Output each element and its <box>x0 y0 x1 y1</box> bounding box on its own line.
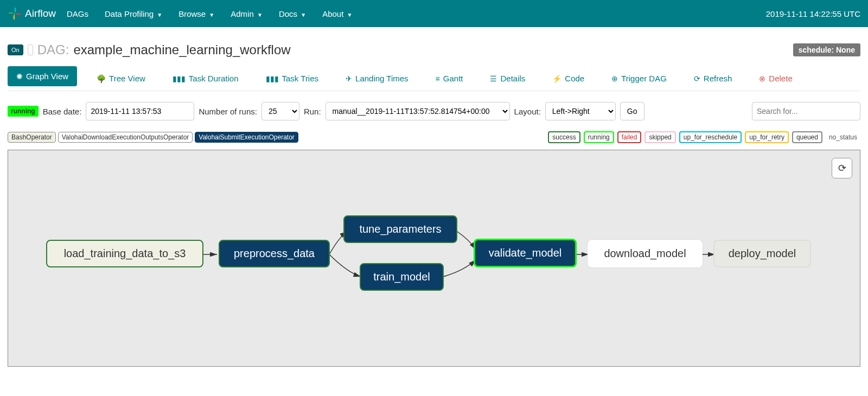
refresh-icon: ⟳ <box>694 74 700 83</box>
align-icon: ≡ <box>436 74 440 83</box>
tab-landing-times[interactable]: ✈Landing Times <box>338 66 416 91</box>
legend-failed: failed <box>617 131 642 143</box>
dag-name: example_machine_learning_workflow <box>73 42 290 58</box>
tab-refresh[interactable]: ⟳Refresh <box>686 66 740 91</box>
node-train-model[interactable]: train_model <box>360 263 444 291</box>
base-date-label: Base date: <box>43 107 82 116</box>
tab-graph-view[interactable]: ✺Graph View <box>8 66 77 86</box>
chevron-down-icon: ▼ <box>301 12 306 18</box>
play-icon: ⊕ <box>611 74 618 83</box>
airflow-logo-icon <box>8 7 22 21</box>
dag-toggle-on[interactable]: On <box>8 44 23 55</box>
node-preprocess-data[interactable]: preprocess_data <box>219 240 330 267</box>
node-download-model[interactable]: download_model <box>588 240 703 267</box>
tab-details[interactable]: ☰Details <box>482 66 533 91</box>
graph-area[interactable]: ⟳ load_training_data_to_s3 preprocess_da… <box>8 150 860 367</box>
tab-task-duration[interactable]: ▮▮▮Task Duration <box>165 66 246 91</box>
chevron-down-icon: ▼ <box>347 12 353 18</box>
node-tune-parameters[interactable]: tune_parameters <box>343 215 457 243</box>
op-bash-badge: BashOperator <box>8 132 56 143</box>
status-legend: success running failed skipped up_for_re… <box>548 131 860 143</box>
legend-success: success <box>548 131 580 143</box>
num-runs-select[interactable]: 25 <box>261 102 299 120</box>
layout-select[interactable]: Left->Right <box>545 102 616 120</box>
clock: 2019-11-11 14:22:55 UTC <box>766 9 860 18</box>
tab-task-tries[interactable]: ▮▮▮Task Tries <box>258 66 327 91</box>
nav-data-profiling[interactable]: Data Profiling ▼ <box>105 9 162 18</box>
tab-code[interactable]: ⚡Code <box>545 66 592 91</box>
base-date-input[interactable] <box>86 102 194 120</box>
schedule-badge: schedule: None <box>793 43 860 56</box>
nav-links: DAGs Data Profiling ▼ Browse ▼ Admin ▼ D… <box>67 9 766 18</box>
nav-about[interactable]: About ▼ <box>322 9 352 18</box>
tree-icon: 🌳 <box>97 74 106 83</box>
brand-text: Airflow <box>25 8 56 20</box>
node-validate-model[interactable]: validate_model <box>474 239 577 267</box>
dag-toggle-off[interactable] <box>28 44 33 55</box>
status-badge: running <box>8 106 39 117</box>
tab-delete[interactable]: ⊗Delete <box>751 66 800 91</box>
chevron-down-icon: ▼ <box>157 12 162 18</box>
layout-label: Layout: <box>514 107 541 116</box>
legend-nostatus: no_status <box>826 132 860 142</box>
filter-row: running Base date: Number of runs: 25 Ru… <box>8 102 860 120</box>
tab-tree-view[interactable]: 🌳Tree View <box>89 66 153 91</box>
legend-running: running <box>584 131 614 143</box>
page-header: On DAG: example_machine_learning_workflo… <box>8 42 860 58</box>
search-input[interactable] <box>752 102 860 120</box>
navbar: Airflow DAGs Data Profiling ▼ Browse ▼ A… <box>0 0 868 27</box>
close-icon: ⊗ <box>759 74 765 83</box>
go-button[interactable]: Go <box>620 102 644 120</box>
chevron-down-icon: ▼ <box>209 12 214 18</box>
nav-dags[interactable]: DAGs <box>67 9 88 18</box>
bar-chart-icon: ▮▮▮ <box>173 74 186 83</box>
nav-docs[interactable]: Docs ▼ <box>279 9 306 18</box>
bar-chart-icon: ▮▮▮ <box>266 74 279 83</box>
legend-queued: queued <box>792 131 822 143</box>
run-label: Run: <box>304 107 321 116</box>
plane-icon: ✈ <box>346 74 352 83</box>
chevron-down-icon: ▼ <box>257 12 263 18</box>
dag-label: DAG: <box>37 42 69 58</box>
nav-admin[interactable]: Admin ▼ <box>231 9 263 18</box>
op-submit-badge: ValohaiSubmitExecutionOperator <box>195 132 298 143</box>
nav-browse[interactable]: Browse ▼ <box>178 9 214 18</box>
legend-row: BashOperator ValohaiDownloadExecutionOut… <box>8 131 860 143</box>
node-deploy-model[interactable]: deploy_model <box>713 240 811 267</box>
run-select[interactable]: manual__2019-11-11T13:57:52.814754+00:00 <box>326 102 510 120</box>
tab-gantt[interactable]: ≡Gantt <box>428 66 471 91</box>
tab-trigger-dag[interactable]: ⊕Trigger DAG <box>604 66 674 91</box>
legend-skipped: skipped <box>644 131 675 143</box>
node-load-training-data[interactable]: load_training_data_to_s3 <box>46 240 203 267</box>
brand[interactable]: Airflow <box>8 7 56 21</box>
bolt-icon: ⚡ <box>552 74 561 83</box>
list-icon: ☰ <box>490 74 497 83</box>
num-runs-label: Number of runs: <box>199 107 257 116</box>
tab-row: ✺Graph View 🌳Tree View ▮▮▮Task Duration … <box>8 66 860 91</box>
legend-retry: up_for_retry <box>745 131 789 143</box>
legend-reschedule: up_for_reschedule <box>679 131 742 143</box>
op-download-badge: ValohaiDownloadExecutionOutputsOperator <box>58 132 193 143</box>
sun-icon: ✺ <box>16 72 23 81</box>
